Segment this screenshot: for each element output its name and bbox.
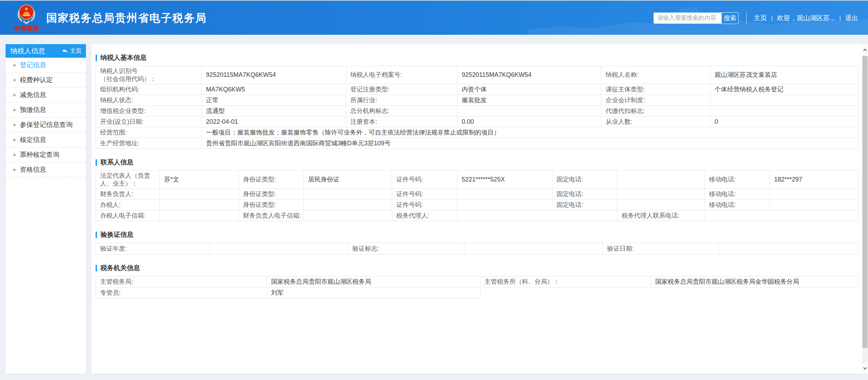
field-label: 证件号码: (392, 171, 457, 189)
scroll-up-button[interactable] (862, 44, 868, 55)
sidebar-item-6[interactable]: 票种核定查询 (6, 147, 86, 162)
search-button[interactable]: 搜索 (721, 12, 739, 24)
link-separator: | (771, 15, 772, 22)
field-value: 5221******525X (457, 171, 552, 189)
vertical-scrollbar[interactable] (862, 44, 868, 374)
field-value (210, 243, 348, 254)
field-label: 主管税务局: (96, 276, 267, 288)
field-label: 移动电话: (705, 200, 770, 210)
table-row: 验证年度:验证标志:验证日期: (96, 243, 858, 254)
sidebar-item-0[interactable]: 登记信息 (6, 58, 86, 73)
field-label: 企业会计制度: (601, 95, 711, 106)
field-value: 流通型 (202, 106, 346, 116)
field-value (160, 200, 239, 210)
sidebar-item-7[interactable]: 资格信息 (6, 162, 86, 177)
field-label: 登记注册类型: (346, 84, 458, 95)
sidebar: 纳税人信息 主页 登记信息税费种认定减免信息预缴信息参保登记信息查询核定信息票种… (6, 44, 86, 374)
field-label: 身份证类型: (239, 189, 304, 200)
section-tax-authority-info: 税务机关信息 主管税务局:国家税务总局贵阳市观山湖区税务局主管税务所（科、分局）… (96, 264, 858, 299)
sidebar-item-label: 票种核定查询 (20, 150, 59, 159)
field-value: 一般项目：服装服饰批发；服装服饰零售（除许可业务外，可自主依法经营法律法规非禁止… (202, 127, 858, 138)
field-value (711, 95, 858, 106)
field-label: 主管税务所（科、分局）： (480, 276, 651, 288)
field-label: 生产经营地址: (96, 138, 202, 149)
sidebar-item-2[interactable]: 减免信息 (6, 88, 86, 103)
sidebar-item-3[interactable]: 预缴信息 (6, 103, 86, 118)
field-label: 增值税企业类型: (96, 106, 202, 116)
field-value (711, 106, 858, 116)
field-value: 苏*文 (160, 171, 239, 189)
table-row: 专管员:刘军 (96, 288, 858, 299)
field-label: 证件号码: (392, 200, 457, 210)
field-value (770, 200, 858, 210)
field-label: 法定代表人（负责人、业主）： (96, 171, 160, 189)
table-row: 纳税人识别号 （社会信用代码）：92520115MA7KQ6KW54纳税人电子档… (96, 66, 858, 84)
bullet-icon (13, 64, 16, 66)
sidebar-home-link[interactable]: 主页 (62, 47, 82, 55)
logo-caption: 中国税务 (10, 24, 43, 32)
field-label: 验证年度: (96, 243, 210, 254)
table-row: 经营范围:一般项目：服装服饰批发；服装服饰零售（除许可业务外，可自主依法经营法律… (96, 127, 858, 138)
scroll-down-button[interactable] (862, 363, 868, 374)
logout-link[interactable]: 退出 (845, 14, 858, 23)
welcome-user-link[interactable]: 欢迎，观山湖区苏... (777, 14, 835, 23)
sidebar-item-4[interactable]: 参保登记信息查询 (6, 118, 86, 132)
bullet-icon (13, 154, 16, 156)
field-value: 182***297 (770, 171, 858, 189)
svg-text:★: ★ (24, 6, 29, 11)
header-divider (746, 12, 747, 24)
field-label: 财务负责人: (96, 189, 160, 200)
table-row: 办税人:身份证类型:证件号码:固定电话:移动电话: (96, 200, 858, 210)
field-label: 课征主体类型: (601, 84, 711, 95)
section-verification-info: 验换证信息 验证年度:验证标志:验证日期: (96, 230, 858, 254)
field-label: 身份证类型: (239, 171, 304, 189)
bullet-icon (13, 109, 16, 111)
sidebar-item-label: 参保登记信息查询 (20, 120, 73, 129)
field-label: 移动电话: (705, 189, 770, 200)
field-value: 国家税务总局贵阳市观山湖区税务局金华园税务分局 (651, 276, 858, 288)
field-value: 贵州省贵阳市观山湖区宾阳街道西南国际商贸城3幢D单元3层109号 (202, 138, 858, 149)
field-value (457, 106, 601, 116)
sidebar-item-1[interactable]: 税费种认定 (6, 73, 86, 88)
field-value: 0 (711, 116, 858, 127)
field-label: 组织机构代码: (96, 84, 202, 95)
scrollbar-thumb[interactable] (862, 56, 868, 348)
table-row: 办税人电子信箱:财务负责人电子信箱:税务代理人:税务代理人联系电话: (96, 210, 858, 221)
field-value (617, 189, 705, 200)
bullet-icon (13, 124, 16, 126)
field-value (705, 210, 858, 221)
section-title: 联系人信息 (96, 158, 858, 167)
table-row: 组织机构代码:MA7KQ6KW5登记注册类型:内资个体课征主体类型:个体经营纳税… (96, 84, 858, 95)
sidebar-item-label: 预缴信息 (20, 105, 46, 114)
field-value (770, 189, 858, 200)
field-label: 验证日期: (603, 243, 719, 254)
table-row: 纳税人状态:正常所属行业:服装批发企业会计制度: (96, 95, 858, 106)
field-label: 固定电话: (552, 171, 617, 189)
bullet-icon (13, 94, 16, 96)
field-label: 财务负责人电子信箱: (239, 210, 304, 221)
field-label: 验证标志: (348, 243, 465, 254)
field-value: 92520115MA7KQ6KW54 (202, 66, 346, 84)
sidebar-item-5[interactable]: 核定信息 (6, 132, 86, 147)
title-accent-bar (96, 159, 97, 166)
bullet-icon (13, 79, 16, 81)
field-label: 所属行业: (346, 95, 458, 106)
field-label: 纳税人识别号 （社会信用代码）： (96, 66, 202, 84)
sidebar-item-label: 核定信息 (20, 135, 46, 144)
search-input[interactable] (654, 13, 722, 24)
table-row: 法定代表人（负责人、业主）：苏*文身份证类型:居民身份证证件号码:5221***… (96, 171, 858, 189)
field-value (304, 189, 392, 200)
sidebar-item-label: 税费种认定 (20, 75, 53, 84)
field-label: 纳税人名称: (601, 66, 711, 84)
field-value (457, 200, 552, 210)
home-link[interactable]: 主页 (754, 14, 767, 23)
field-label: 开业(设立)日期: (96, 116, 202, 127)
bullet-icon (13, 139, 16, 141)
tax-emblem-icon: ★ (15, 2, 38, 25)
field-value (160, 210, 239, 221)
field-label: 办税人: (96, 200, 160, 210)
field-value (464, 243, 603, 254)
sidebar-item-label: 资格信息 (20, 165, 46, 174)
sidebar-item-label: 减免信息 (20, 90, 46, 99)
table-row: 生产经营地址:贵州省贵阳市观山湖区宾阳街道西南国际商贸城3幢D单元3层109号 (96, 138, 858, 149)
